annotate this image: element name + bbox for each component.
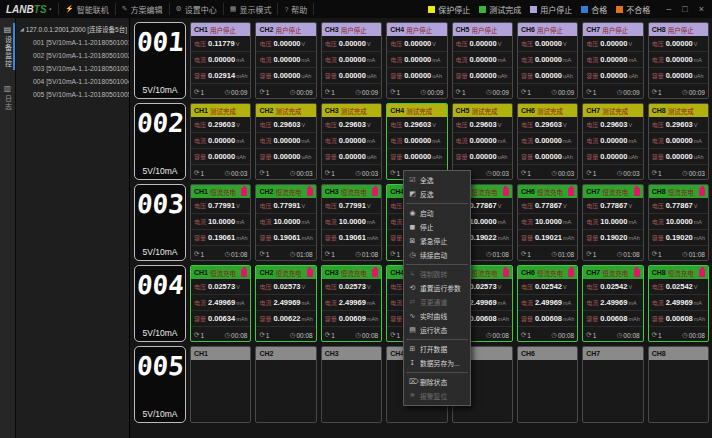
field-unit: mA bbox=[628, 138, 636, 144]
channel-card-002-ch2[interactable]: CH2测试完成电压0.29603V电流0.00000mA容量0.00000uAh… bbox=[255, 103, 316, 180]
cycle-icon: ⟳ bbox=[194, 331, 199, 339]
menu-plan-edit[interactable]: ✎方案编辑 bbox=[115, 3, 169, 15]
elapsed-time: ◷00:09 bbox=[290, 88, 313, 96]
field-value: 0.77991 bbox=[208, 201, 235, 210]
field-value: 0.29603 bbox=[404, 120, 431, 129]
field-value: 0.19061 bbox=[273, 233, 300, 242]
channel-card-004-ch2[interactable]: CH2恒流充电电压0.02573V电流2.49969mA容量0.00622mAh… bbox=[255, 265, 316, 342]
tree-root-node[interactable]: ◢ 127.0.0.1:2001,2000 [连接设备5台] bbox=[20, 23, 127, 36]
device-panel-002[interactable]: 0025V/10mA bbox=[134, 103, 186, 180]
context-menu-item-open-data[interactable]: ⊞打开数据 bbox=[404, 342, 470, 356]
channel-card-002-ch3[interactable]: CH3测试完成电压0.29603V电流0.00000mA容量0.00000uAh… bbox=[321, 103, 382, 180]
logo-dropdown-indicator[interactable]: · bbox=[49, 4, 52, 15]
tree-item-device[interactable]: 002 [5V/10mA-1.1-20180501002] bbox=[20, 49, 127, 62]
channel-card-002-ch8[interactable]: CH8测试完成电压0.29603V电流0.00000mA容量0.00000uAh… bbox=[648, 103, 709, 180]
maximize-button[interactable]: □ bbox=[682, 4, 687, 14]
tree-item-device[interactable]: 001 [5V/10mA-1.1-20180501001] bbox=[20, 36, 127, 49]
logo-text-primary: LANB bbox=[6, 4, 34, 15]
field-capacity: 容量0.00000uAh bbox=[649, 68, 708, 84]
close-button[interactable]: × bbox=[699, 4, 704, 14]
channel-name: CH8 bbox=[652, 188, 666, 195]
menu-settings-center[interactable]: ⚙设置中心 bbox=[169, 3, 223, 15]
field-current: 电流0.00000mA bbox=[387, 133, 446, 149]
rail-tab-log[interactable]: ▥日志 bbox=[0, 82, 15, 113]
channel-card-001-ch2[interactable]: CH2用户停止电压0.00000V电流0.00000mA容量0.00000uAh… bbox=[255, 22, 316, 99]
device-panel-003[interactable]: 0035V/10mA bbox=[134, 184, 186, 261]
channel-card-005-ch8[interactable]: CH8 bbox=[648, 346, 709, 423]
context-menu-item-alarm-reset: ⚑报警复位 bbox=[404, 389, 470, 403]
cycle-value: 1 bbox=[266, 251, 270, 258]
context-menu-item-stop[interactable]: ◼停止 bbox=[404, 220, 470, 234]
context-menu-item-reset-run-params[interactable]: ⟲重置运行参数 bbox=[404, 281, 470, 295]
field-label: 电压 bbox=[456, 39, 468, 48]
channel-card-002-ch6[interactable]: CH6测试完成电压0.29603V电流0.00000mA容量0.00000uAh… bbox=[517, 103, 578, 180]
channel-card-004-ch3[interactable]: CH3恒流充电电压0.02573V电流2.49969mA容量0.00609mAh… bbox=[321, 265, 382, 342]
menu-smart-connect[interactable]: ⚡智能联机 bbox=[58, 3, 115, 15]
channel-card-004-ch1[interactable]: CH1恒流充电电压0.02573V电流2.49969mA容量0.00634mAh… bbox=[190, 265, 251, 342]
context-menu-item-save-data-as[interactable]: ↧数据另存为... bbox=[404, 356, 470, 370]
channel-card-001-ch1[interactable]: CH1用户停止电压0.11779V电流0.00000mA容量0.02914mAh… bbox=[190, 22, 251, 99]
context-menu-item-run-status[interactable]: ▤运行状态 bbox=[404, 323, 470, 337]
minimize-button[interactable]: – bbox=[666, 4, 671, 14]
channel-card-002-ch1[interactable]: CH1测试完成电压0.29603V电流0.00000mA容量0.00000uAh… bbox=[190, 103, 251, 180]
context-menu-item-invert-selection[interactable]: ◩反选 bbox=[404, 187, 470, 201]
channel-card-004-ch7[interactable]: CH7恒流充电电压0.02542V电流2.49969mA容量0.00608mAh… bbox=[582, 265, 643, 342]
channel-card-002-ch5[interactable]: CH5测试完成电压0.29603V电流0.00000mA容量0.00000uAh… bbox=[452, 103, 513, 180]
channel-card-003-ch6[interactable]: CH6恒流充电电压0.77867V电流10.0000mA容量0.19021mAh… bbox=[517, 184, 578, 261]
field-unit: mA bbox=[432, 57, 440, 63]
menu-display-mode[interactable]: ▦显示模式 bbox=[223, 3, 278, 15]
field-label: 电压 bbox=[652, 201, 664, 210]
tree-item-device[interactable]: 005 [5V/10mA-1.1-20180501005] bbox=[20, 88, 127, 101]
context-menu-item-select-all[interactable]: ☑全选 bbox=[404, 173, 470, 187]
channel-card-001-ch6[interactable]: CH6用户停止电压0.00000V电流0.00000mA容量0.00000uAh… bbox=[517, 22, 578, 99]
field-unit: uAh bbox=[628, 154, 638, 160]
field-unit: uAh bbox=[498, 154, 508, 160]
timer-icon: ◷ bbox=[551, 250, 557, 258]
context-menu-item-realtime-curve[interactable]: ∿实时曲线 bbox=[404, 309, 470, 323]
field-voltage: 电压0.29603V bbox=[518, 117, 577, 133]
channel-card-004-ch6[interactable]: CH6恒流充电电压0.02542V电流2.49969mA容量0.00608mAh… bbox=[517, 265, 578, 342]
channel-card-003-ch1[interactable]: CH1恒流充电电压0.77991V电流10.0000mA容量0.19061mAh… bbox=[190, 184, 251, 261]
device-panel-005[interactable]: 0055V/10mA bbox=[134, 346, 186, 423]
channel-card-001-ch5[interactable]: CH5用户停止电压0.00000V电流0.00000mA容量0.00000uAh… bbox=[452, 22, 513, 99]
context-menu-item-delete-status[interactable]: ⌦删除状态 bbox=[404, 375, 470, 389]
channel-card-004-ch8[interactable]: CH8恒流充电电压0.02542V电流2.49969mA容量0.00608mAh… bbox=[648, 265, 709, 342]
menu-help[interactable]: ?帮助 bbox=[277, 3, 314, 15]
tree-item-device[interactable]: 003 [5V/10mA-1.1-20180501003] bbox=[20, 62, 127, 75]
channel-card-003-ch3[interactable]: CH3恒流充电电压0.77991V电流10.0000mA容量0.19061mAh… bbox=[321, 184, 382, 261]
field-unit: V bbox=[498, 122, 502, 128]
device-spec-label: 5V/10mA bbox=[143, 247, 178, 257]
timer-icon: ◷ bbox=[617, 331, 623, 339]
field-unit: uAh bbox=[628, 73, 638, 79]
channel-card-001-ch4[interactable]: CH4用户停止电压0.00000V电流0.00000mA容量0.00000uAh… bbox=[386, 22, 447, 99]
rail-tab-device-monitor[interactable]: ▤设备监控 bbox=[0, 23, 15, 70]
channel-card-003-ch8[interactable]: CH8恒流充电电压0.77867V电流10.0000mA容量0.19020mAh… bbox=[648, 184, 709, 261]
device-panel-004[interactable]: 0045V/10mA bbox=[134, 265, 186, 342]
channel-card-005-ch6[interactable]: CH6 bbox=[517, 346, 578, 423]
channel-status: 测试完成 bbox=[406, 106, 432, 116]
context-menu-item-emergency-stop[interactable]: ⊠紧急停止 bbox=[404, 234, 470, 248]
channel-card-001-ch8[interactable]: CH8用户停止电压0.00000V电流0.00000mA容量0.00000uAh… bbox=[648, 22, 709, 99]
channel-card-005-ch3[interactable]: CH3 bbox=[321, 346, 382, 423]
channel-card-005-ch2[interactable]: CH2 bbox=[255, 346, 316, 423]
cycle-count: ⟳1 bbox=[325, 169, 335, 177]
channel-card-001-ch7[interactable]: CH7用户停止电压0.00000V电流0.00000mA容量0.00000uAh… bbox=[582, 22, 643, 99]
channel-card-002-ch7[interactable]: CH7测试完成电压0.29603V电流0.00000mA容量0.00000uAh… bbox=[582, 103, 643, 180]
channel-card-005-ch1[interactable]: CH1 bbox=[190, 346, 251, 423]
channel-card-005-ch7[interactable]: CH7 bbox=[582, 346, 643, 423]
channel-card-003-ch7[interactable]: CH7恒流充电电压0.77867V电流10.0000mA容量0.19020mAh… bbox=[582, 184, 643, 261]
channel-card-001-ch3[interactable]: CH3用户停止电压0.00000V电流0.00000mA容量0.00000uAh… bbox=[321, 22, 382, 99]
field-current: 电流10.0000mA bbox=[256, 214, 315, 230]
tree-item-device[interactable]: 004 [5V/10mA-1.1-20180501004] bbox=[20, 75, 127, 88]
elapsed-time: ◷00:03 bbox=[551, 169, 574, 177]
field-current: 电流0.00000mA bbox=[518, 52, 577, 68]
channel-card-003-ch2[interactable]: CH2恒流充电电压0.77991V电流10.0000mA容量0.19061mAh… bbox=[255, 184, 316, 261]
context-menu-item-start[interactable]: ◉启动 bbox=[404, 206, 470, 220]
field-value: 0.00000 bbox=[666, 136, 693, 145]
channel-card-002-ch4[interactable]: CH4测试完成电压0.29603V电流0.00000mA容量0.00000uAh… bbox=[386, 103, 447, 180]
device-panel-001[interactable]: 0015V/10mA bbox=[134, 22, 186, 99]
context-menu-item-resume-start[interactable]: ◷续接启动 bbox=[404, 248, 470, 262]
field-label: 电流 bbox=[652, 136, 664, 145]
channel-card-footer: ⟳1◷01:08 bbox=[518, 248, 577, 260]
menu-label: 帮助 bbox=[291, 4, 307, 15]
